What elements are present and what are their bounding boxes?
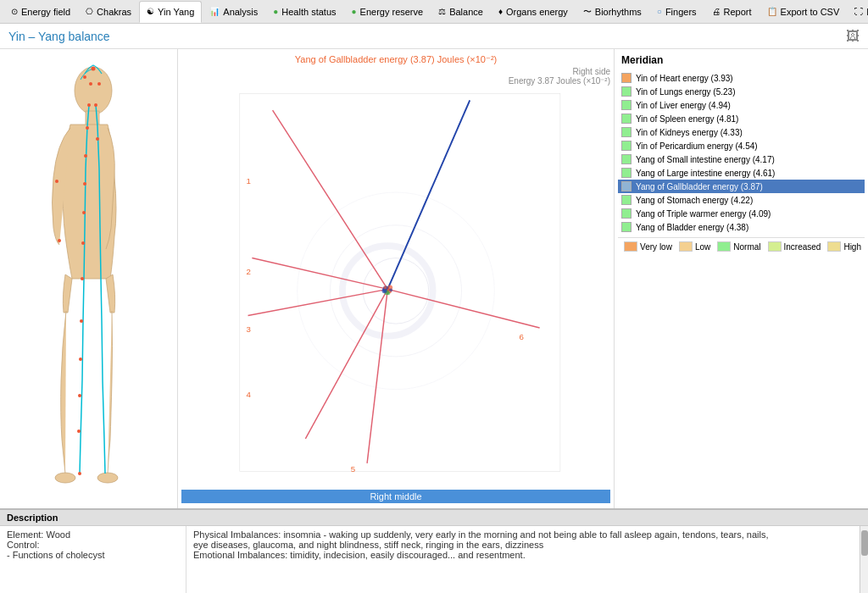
svg-point-49	[389, 288, 392, 291]
screenshot-icon[interactable]: 🖼	[846, 29, 860, 44]
page-header: Yin – Yang balance 🖼	[0, 24, 868, 49]
svg-point-12	[81, 277, 84, 280]
meridian-item-5[interactable]: Yin of Pericardium energy (4.54)	[618, 139, 865, 152]
meridian-item-6[interactable]: Yang of Small intestine energy (4.17)	[618, 152, 865, 166]
svg-point-9	[83, 182, 86, 186]
meridian-item-label-4: Yin of Kidneys energy (4.33)	[636, 128, 743, 137]
description-element: Element: Wood	[7, 529, 179, 540]
meridian-color-box-9	[621, 195, 632, 205]
tab-balance[interactable]: ⚖ Balance	[431, 1, 491, 23]
description-functions: - Functions of cholecyst	[7, 550, 179, 560]
meridian-item-label-8: Yang of Gallbladder energy (3.87)	[636, 182, 763, 191]
meridian-item-4[interactable]: Yin of Kidneys energy (4.33)	[618, 125, 865, 139]
tab-fingers[interactable]: ○ Fingers	[649, 1, 704, 23]
svg-rect-24	[240, 94, 560, 472]
svg-point-23	[97, 82, 101, 86]
meridian-item-3[interactable]: Yin of Spleen energy (4.81)	[618, 112, 865, 125]
meridian-color-box-2	[621, 100, 632, 110]
description-left: Element: Wood Control: - Functions of ch…	[0, 526, 186, 593]
energy-reserve-icon: ●	[352, 7, 357, 16]
main-content: Yang of Gallbladder energy (3.87) Joules…	[0, 49, 868, 508]
tab-energy-reserve[interactable]: ● Energy reserve	[344, 1, 431, 23]
meridian-color-box-6	[621, 154, 632, 164]
svg-point-3	[97, 473, 118, 483]
report-icon: 🖨	[712, 7, 721, 16]
export-csv-icon: 📋	[767, 7, 777, 16]
tab-full-screen[interactable]: ⛶ Full screen	[847, 1, 868, 23]
meridian-color-box-5	[621, 141, 632, 151]
svg-point-14	[79, 357, 82, 361]
legend-normal-box	[717, 241, 731, 252]
chart-svg: 1 2 3 4 5 6	[181, 86, 610, 488]
right-middle-label: Right middle	[181, 490, 610, 503]
biorhythms-icon: 〜	[583, 6, 592, 18]
meridian-item-label-10: Yang of Triple warmer energy (4.09)	[636, 209, 771, 219]
meridian-color-box-11	[621, 222, 632, 232]
meridian-item-9[interactable]: Yang of Stomach energy (4.22)	[618, 193, 865, 207]
meridian-item-2[interactable]: Yin of Liver energy (4.94)	[618, 98, 865, 112]
tab-yin-yang[interactable]: ☯ Yin Yang	[139, 1, 202, 23]
tab-organs-energy[interactable]: ♦ Organs energy	[491, 1, 576, 23]
legend-high-label: High	[843, 242, 861, 252]
meridian-color-box-1	[621, 86, 632, 97]
meridian-item-10[interactable]: Yang of Triple warmer energy (4.09)	[618, 207, 865, 220]
balance-icon: ⚖	[438, 7, 446, 16]
svg-point-19	[96, 137, 99, 141]
description-line3: Emotional Imbalances: timidity, indecisi…	[193, 550, 853, 560]
svg-point-20	[55, 180, 58, 183]
description-content: Element: Wood Control: - Functions of ch…	[0, 526, 868, 593]
svg-point-13	[80, 319, 83, 323]
tab-energy-field[interactable]: ⊙ Energy field	[3, 1, 78, 23]
organs-energy-icon: ♦	[498, 7, 503, 16]
meridian-item-8[interactable]: Yang of Gallbladder energy (3.87)	[618, 180, 865, 193]
meridian-item-label-11: Yang of Bladder energy (4.38)	[636, 223, 748, 232]
svg-point-6	[87, 103, 91, 107]
meridian-item-7[interactable]: Yang of Large intestine energy (4.61)	[618, 166, 865, 180]
description-scrollbar[interactable]	[860, 526, 868, 593]
tab-export-csv[interactable]: 📋 Export to CSV	[760, 1, 848, 23]
legend-low-box	[679, 241, 693, 252]
meridian-title: Meridian	[618, 53, 865, 68]
page-title: Yin – Yang balance	[8, 30, 110, 43]
tab-biorhythms[interactable]: 〜 Biorhythms	[576, 1, 649, 23]
fingers-icon: ○	[657, 7, 662, 16]
meridian-list: Yin of Heart energy (3.93)Yin of Lungs e…	[618, 71, 865, 234]
right-side-label: Right side Energy 3.87 Joules (×10⁻²)	[181, 67, 610, 86]
svg-point-48	[383, 286, 387, 290]
tab-chakras[interactable]: ⎔ Chakras	[78, 1, 139, 23]
svg-point-47	[387, 291, 390, 295]
meridian-item-label-2: Yin of Liver energy (4.94)	[636, 101, 731, 110]
chart-panel: Yang of Gallbladder energy (3.87) Joules…	[178, 49, 614, 508]
meridian-color-box-3	[621, 114, 632, 124]
svg-point-46	[382, 288, 387, 293]
analysis-icon: 📊	[209, 7, 220, 16]
tab-report[interactable]: 🖨 Report	[704, 1, 760, 23]
legend-normal-label: Normal	[733, 242, 760, 252]
description-right: Physical Imbalances: insomnia - waking u…	[186, 526, 860, 593]
legend-low: Low	[679, 241, 710, 252]
body-panel	[0, 49, 178, 508]
svg-text:5: 5	[351, 464, 355, 474]
svg-point-10	[82, 211, 86, 214]
yin-yang-icon: ☯	[147, 7, 154, 16]
tab-analysis[interactable]: 📊 Analysis	[202, 1, 265, 23]
svg-point-16	[77, 430, 81, 433]
legend-normal: Normal	[717, 241, 760, 252]
description-header: Description	[0, 510, 868, 526]
top-navigation: ⊙ Energy field ⎔ Chakras ☯ Yin Yang 📊 An…	[0, 0, 868, 24]
meridian-item-0[interactable]: Yin of Heart energy (3.93)	[618, 71, 865, 85]
meridian-color-box-4	[621, 127, 632, 137]
meridian-item-11[interactable]: Yang of Bladder energy (4.38)	[618, 220, 865, 234]
meridian-item-label-6: Yang of Small intestine energy (4.17)	[636, 155, 775, 164]
svg-point-11	[81, 241, 85, 245]
meridian-item-label-1: Yin of Lungs energy (5.23)	[636, 87, 735, 97]
description-line2: eye diseases, glaucoma, and night blindn…	[193, 540, 853, 550]
tab-health-status[interactable]: ● Health status	[265, 1, 343, 23]
svg-point-18	[94, 103, 97, 107]
legend-very-low: Very low	[624, 241, 672, 252]
meridian-item-label-5: Yin of Pericardium energy (4.54)	[636, 141, 758, 151]
legend-low-label: Low	[695, 242, 710, 252]
meridian-item-1[interactable]: Yin of Lungs energy (5.23)	[618, 85, 865, 98]
svg-text:4: 4	[247, 390, 252, 399]
svg-text:6: 6	[519, 333, 523, 342]
